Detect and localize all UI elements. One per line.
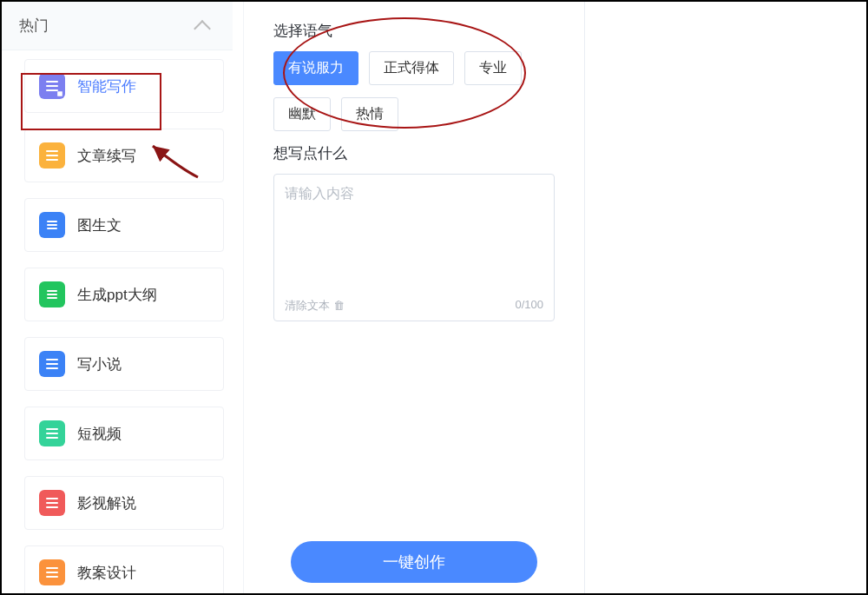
sidebar-item-label: 短视频 bbox=[77, 424, 122, 444]
tone-humorous[interactable]: 幽默 bbox=[273, 97, 331, 131]
sidebar-item-continue-writing[interactable]: 文章续写 bbox=[24, 129, 224, 182]
char-count: 0/100 bbox=[515, 298, 543, 314]
textarea-placeholder: 请输入内容 bbox=[285, 185, 543, 203]
doc-icon bbox=[39, 559, 65, 585]
sidebar-item-smart-writing[interactable]: 智能写作 bbox=[24, 59, 224, 113]
sidebar-item-label: 教案设计 bbox=[77, 563, 136, 583]
tone-formal[interactable]: 正式得体 bbox=[369, 51, 454, 85]
tone-section-label: 选择语气 bbox=[273, 21, 555, 41]
sidebar-item-ppt-outline[interactable]: 生成ppt大纲 bbox=[24, 268, 224, 321]
content-section-label: 想写点什么 bbox=[273, 143, 555, 163]
sidebar-item-novel[interactable]: 写小说 bbox=[24, 337, 224, 391]
doc-icon bbox=[39, 142, 65, 169]
clear-text-button[interactable]: 清除文本 🗑 bbox=[285, 298, 345, 314]
create-button[interactable]: 一键创作 bbox=[291, 541, 537, 583]
sidebar-item-label: 影视解说 bbox=[77, 493, 136, 513]
create-button-label: 一键创作 bbox=[383, 552, 445, 572]
sidebar-item-image-to-text[interactable]: 图生文 bbox=[24, 198, 224, 252]
sidebar-list: 智能写作 文章续写 图生文 生成ppt大纲 写小说 短视频 bbox=[2, 50, 233, 593]
chevron-up-icon bbox=[194, 20, 211, 37]
sidebar-item-short-video[interactable]: 短视频 bbox=[24, 407, 224, 460]
tone-row: 有说服力 正式得体 专业 bbox=[273, 51, 555, 85]
sidebar-item-label: 智能写作 bbox=[77, 76, 136, 96]
sidebar-section-label: 热门 bbox=[19, 16, 49, 36]
doc-edit-icon bbox=[39, 73, 65, 99]
main-panel: 选择语气 有说服力 正式得体 专业 幽默 热情 想写点什么 请输入内容 清除文本… bbox=[243, 2, 585, 593]
sidebar: 热门 智能写作 文章续写 图生文 生成ppt大纲 写小说 bbox=[2, 2, 243, 593]
tone-persuasive[interactable]: 有说服力 bbox=[273, 51, 358, 85]
sidebar-item-lesson-plan[interactable]: 教案设计 bbox=[24, 545, 224, 593]
content-textarea[interactable]: 请输入内容 清除文本 🗑 0/100 bbox=[273, 174, 555, 321]
sidebar-item-label: 图生文 bbox=[77, 215, 122, 235]
sidebar-item-film-narration[interactable]: 影视解说 bbox=[24, 476, 224, 530]
tone-row-2: 幽默 热情 bbox=[273, 97, 555, 131]
sidebar-item-label: 文章续写 bbox=[77, 146, 136, 166]
tone-professional[interactable]: 专业 bbox=[464, 51, 522, 85]
right-blank-panel bbox=[585, 2, 866, 593]
doc-icon bbox=[39, 420, 65, 446]
doc-icon bbox=[39, 351, 65, 377]
sidebar-item-label: 生成ppt大纲 bbox=[77, 285, 157, 305]
sidebar-item-label: 写小说 bbox=[77, 354, 122, 374]
tone-enthusiastic[interactable]: 热情 bbox=[341, 97, 398, 131]
sidebar-section-header[interactable]: 热门 bbox=[2, 2, 233, 50]
doc-outline-icon bbox=[39, 281, 65, 307]
image-text-icon bbox=[39, 212, 65, 238]
doc-icon bbox=[39, 490, 65, 516]
